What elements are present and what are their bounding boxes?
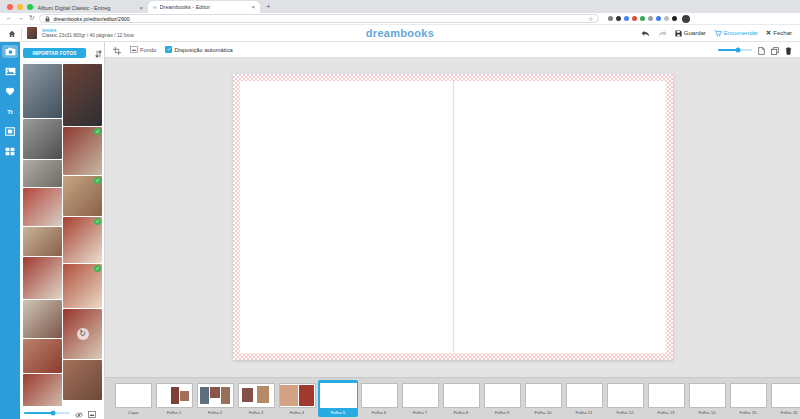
filmstrip-page-folha-3[interactable]: Folha 3 — [236, 382, 276, 416]
photo-thumbnail[interactable]: ✓ — [63, 127, 102, 175]
page-thumbnail[interactable] — [115, 383, 152, 408]
forward-icon[interactable]: → — [18, 15, 25, 22]
redo-button[interactable] — [658, 24, 667, 42]
save-button[interactable]: Guardar — [675, 30, 706, 37]
extension-icon[interactable] — [640, 16, 645, 21]
filmstrip-page-folha-16[interactable]: Folha 16 — [769, 382, 800, 416]
page-thumbnail[interactable] — [279, 383, 316, 408]
browser-tab-inactive[interactable]: ∞ Album Digital Classic - Entreg × — [26, 2, 148, 13]
page-thumbnail[interactable] — [238, 383, 275, 408]
maximize-window-button[interactable] — [27, 4, 33, 10]
slider-knob[interactable] — [50, 410, 55, 415]
home-button[interactable] — [8, 24, 16, 42]
hide-used-photos-button[interactable] — [75, 404, 83, 419]
page-thumbnail[interactable] — [566, 383, 603, 408]
minimize-window-button[interactable] — [17, 4, 23, 10]
order-button[interactable]: Encomendar — [714, 30, 758, 37]
filmstrip-page-folha-10[interactable]: Folha 10 — [523, 382, 563, 416]
reload-icon[interactable]: ↻ — [29, 15, 34, 22]
book-spread[interactable] — [233, 74, 673, 360]
photo-view-mode-button[interactable] — [88, 404, 96, 419]
page-thumbnail[interactable] — [402, 383, 439, 408]
photo-thumbnail[interactable] — [23, 64, 62, 118]
photo-thumbnail[interactable] — [23, 257, 62, 299]
new-tab-button[interactable]: + — [266, 2, 271, 11]
tab-close-icon[interactable]: × — [251, 4, 255, 10]
photo-thumbnail[interactable] — [63, 64, 102, 126]
export-page-button[interactable] — [758, 41, 765, 59]
sidebar-item-backgrounds[interactable] — [2, 65, 18, 78]
sidebar-item-favorites[interactable] — [2, 85, 18, 98]
crop-button[interactable] — [113, 41, 121, 59]
back-icon[interactable]: ← — [6, 15, 13, 22]
duplicate-page-button[interactable] — [771, 41, 779, 59]
slider-knob[interactable] — [736, 47, 741, 52]
page-thumbnail[interactable] — [197, 383, 234, 408]
url-field[interactable]: dreambooks.pt/editor/editor/2900 ☆ — [39, 14, 599, 23]
page-thumbnail[interactable] — [771, 383, 800, 408]
sidebar-item-frames[interactable] — [2, 125, 18, 138]
photo-thumbnail[interactable] — [63, 360, 102, 400]
extension-icon[interactable] — [672, 16, 677, 21]
zoom-slider[interactable] — [718, 49, 752, 51]
filmstrip-page-folha-13[interactable]: Folha 13 — [646, 382, 686, 416]
page-thumbnail[interactable] — [648, 383, 685, 408]
photo-thumbnail[interactable]: ↻ — [63, 309, 102, 359]
photo-thumbnail[interactable]: ✓ — [63, 264, 102, 308]
background-button[interactable]: Fundo — [130, 46, 156, 53]
photo-thumbnail[interactable] — [23, 339, 62, 373]
sort-photos-button[interactable] — [95, 44, 102, 62]
filmstrip-page-folha-1[interactable]: Folha 1 — [154, 382, 194, 416]
photo-thumbnail[interactable] — [23, 227, 62, 257]
import-photos-button[interactable]: IMPORTAR FOTOS — [23, 48, 86, 58]
page-thumbnail[interactable] — [689, 383, 726, 408]
photo-thumbnail[interactable] — [23, 188, 62, 226]
filmstrip-page-folha-12[interactable]: Folha 12 — [605, 382, 645, 416]
bookmark-star-icon[interactable]: ☆ — [588, 15, 593, 22]
browser-tab-active[interactable]: ∞ Dreambooks - Editor × — [148, 1, 260, 13]
extension-icon[interactable] — [664, 16, 669, 21]
page-thumbnail[interactable] — [607, 383, 644, 408]
extension-icon[interactable] — [656, 16, 661, 21]
page-thumbnail[interactable] — [361, 383, 398, 408]
filmstrip-page-folha-14[interactable]: Folha 14 — [687, 382, 727, 416]
browser-profile-avatar[interactable] — [682, 15, 690, 23]
page-thumbnail[interactable] — [156, 383, 193, 408]
filmstrip-page-capa[interactable]: Capa — [113, 382, 153, 416]
photo-thumbnail[interactable] — [23, 119, 62, 159]
extension-icon[interactable] — [608, 16, 613, 21]
page-thumbnail[interactable] — [730, 383, 767, 408]
sidebar-item-layouts[interactable] — [2, 145, 18, 158]
auto-layout-toggle[interactable]: ✓ Disposição automática — [165, 46, 232, 53]
photo-thumbnail[interactable] — [23, 160, 62, 187]
extension-icon[interactable] — [616, 16, 621, 21]
filmstrip-page-folha-8[interactable]: Folha 8 — [441, 382, 481, 416]
filmstrip-page-folha-9[interactable]: Folha 9 — [482, 382, 522, 416]
thumbnail-size-slider[interactable] — [24, 412, 70, 414]
filmstrip-page-folha-5[interactable]: Folha 5 — [318, 380, 358, 417]
close-editor-button[interactable]: ✕ Fechar — [766, 29, 792, 37]
spread-pages[interactable] — [240, 81, 666, 353]
sidebar-item-photos[interactable] — [2, 45, 18, 58]
photo-thumbnail[interactable]: ✓ — [63, 176, 102, 216]
close-window-button[interactable] — [7, 4, 13, 10]
page-thumbnail[interactable] — [443, 383, 480, 408]
sidebar-item-text[interactable]: Tt — [2, 105, 18, 118]
filmstrip-page-folha-11[interactable]: Folha 11 — [564, 382, 604, 416]
filmstrip-page-folha-7[interactable]: Folha 7 — [400, 382, 440, 416]
photo-thumbnail[interactable]: ✓ — [63, 217, 102, 263]
page-thumbnail[interactable] — [525, 383, 562, 408]
filmstrip-page-folha-4[interactable]: Folha 4 — [277, 382, 317, 416]
filmstrip-page-folha-2[interactable]: Folha 2 — [195, 382, 235, 416]
extension-icon[interactable] — [632, 16, 637, 21]
photo-thumbnail[interactable] — [23, 300, 62, 338]
delete-page-button[interactable] — [785, 41, 792, 59]
filmstrip-page-folha-15[interactable]: Folha 15 — [728, 382, 768, 416]
filmstrip-page-folha-6[interactable]: Folha 6 — [359, 382, 399, 416]
checkbox-checked-icon[interactable]: ✓ — [165, 46, 172, 53]
extension-icon[interactable] — [624, 16, 629, 21]
tab-close-icon[interactable]: × — [139, 5, 143, 11]
undo-button[interactable] — [641, 24, 650, 42]
page-thumbnail[interactable] — [320, 383, 357, 408]
page-thumbnail[interactable] — [484, 383, 521, 408]
